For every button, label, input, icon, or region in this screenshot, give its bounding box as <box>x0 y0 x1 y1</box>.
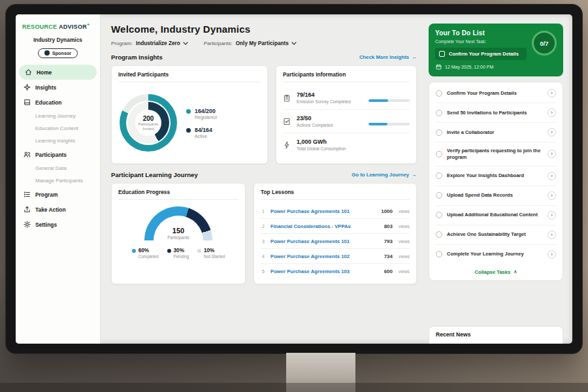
task-label: Send 50 Invitations to Participants <box>447 110 543 116</box>
sidebar-item-learning-journey[interactable]: Learning Journey <box>16 110 100 122</box>
task-row[interactable]: Invite a Collaborator › <box>436 123 556 142</box>
task-row[interactable]: Complete Your Learning Journey › <box>436 245 556 264</box>
task-row[interactable]: Explore Your Insights Dashboard › <box>436 167 556 186</box>
lesson-row[interactable]: 1 Power Purchase Agreements 101 1000 vie… <box>261 204 410 219</box>
actions-progressbar <box>368 123 410 125</box>
brand-resource: RESOURCE <box>22 24 57 30</box>
task-checkbox[interactable] <box>436 129 442 136</box>
task-row[interactable]: Upload Additional Educational Content › <box>436 206 556 225</box>
chevron-right-icon[interactable]: › <box>547 89 556 97</box>
lesson-row[interactable]: 4 Power Purchase Agreements 102 734 view… <box>261 249 410 264</box>
todo-subtitle: Complete Your Next Task: <box>435 39 527 44</box>
sidebar-item-learning-insights[interactable]: Learning Insights <box>16 135 100 147</box>
learning-cards-row: Education Progress 150 Participants <box>111 183 417 284</box>
section-title: Participant Learning Journey <box>111 171 198 178</box>
task-checkbox[interactable] <box>436 212 442 218</box>
task-label: Upload Additional Educational Content <box>447 212 543 218</box>
sidebar-item-take-action[interactable]: Take Action <box>16 202 100 217</box>
chevron-right-icon[interactable]: › <box>547 231 556 239</box>
chevron-up-icon: ∧ <box>514 269 517 274</box>
lesson-link[interactable]: Power Purchase Agreements 102 <box>270 253 380 259</box>
chevron-right-icon[interactable]: › <box>547 211 556 220</box>
chevron-right-icon[interactable]: › <box>547 128 556 137</box>
learning-journey-header: Participant Learning Journey Go to Learn… <box>111 171 417 178</box>
chevron-right-icon[interactable]: › <box>547 250 556 259</box>
task-checkbox[interactable] <box>436 231 442 238</box>
donut-center-label: Participants Invited <box>136 122 161 131</box>
gear-icon <box>24 221 31 228</box>
lesson-views: 793 <box>384 238 393 244</box>
info-label: Total Global Consumption <box>297 146 346 151</box>
program-filter-label: Program: <box>111 41 133 46</box>
legend-dot <box>132 249 136 253</box>
go-to-learning-journey-link[interactable]: Go to Learning Journey → <box>351 172 417 178</box>
task-checkbox[interactable] <box>436 192 442 199</box>
program-dropdown[interactable]: Industrialize Zero <box>136 41 188 46</box>
chevron-right-icon[interactable]: › <box>547 191 556 200</box>
todo-panel: Your To Do List Complete Your Next Task:… <box>425 14 572 344</box>
desk-shadow <box>0 383 588 392</box>
home-icon <box>25 69 32 76</box>
task-checkbox[interactable] <box>436 90 442 97</box>
sidebar-item-education[interactable]: Education <box>16 95 100 110</box>
sidebar-item-participants[interactable]: Participants <box>16 147 100 162</box>
link-label: Check More Insights <box>359 54 409 60</box>
lesson-views: 600 <box>384 269 393 274</box>
sidebar-item-education-content[interactable]: Education Content <box>16 122 100 135</box>
checkbox-icon[interactable] <box>439 51 445 57</box>
sidebar-item-label: Learning Insights <box>35 138 75 144</box>
sponsor-icon <box>44 50 50 56</box>
task-label: Confirm Your Program Details <box>447 90 543 97</box>
brand-plus: + <box>87 22 90 27</box>
sidebar-item-home[interactable]: Home <box>19 65 97 80</box>
task-row[interactable]: Send 50 Invitations to Participants › <box>436 103 556 123</box>
todo-progress-ring: 0/7 <box>532 31 557 56</box>
task-checkbox[interactable] <box>436 251 442 257</box>
task-checkbox[interactable] <box>436 110 442 116</box>
check-more-insights-link[interactable]: Check More Insights → <box>359 54 417 60</box>
sidebar-item-program[interactable]: Program <box>16 187 100 202</box>
task-checkbox[interactable] <box>436 172 442 179</box>
check-square-icon <box>283 118 291 125</box>
chevron-right-icon[interactable]: › <box>547 172 556 180</box>
next-task[interactable]: Confirm Your Program Details <box>435 48 527 60</box>
lesson-link[interactable]: Power Purchase Agreements 103 <box>270 269 380 274</box>
task-row[interactable]: Upload Spend Data Records › <box>436 186 556 206</box>
chevron-right-icon[interactable]: › <box>547 108 556 117</box>
sidebar-item-settings[interactable]: Settings <box>16 217 100 232</box>
lesson-views-label: views <box>399 254 410 259</box>
task-row[interactable]: Confirm Your Program Details › <box>436 84 556 103</box>
emission-survey-progressbar <box>368 99 410 102</box>
lesson-rank: 5 <box>261 269 266 274</box>
sidebar-item-general-data[interactable]: General Data <box>16 162 100 174</box>
task-row[interactable]: Achieve One Sustainability Target › <box>436 225 556 245</box>
lesson-row[interactable]: 5 Power Purchase Agreements 103 600 view… <box>261 264 410 278</box>
task-row[interactable]: Verify participants requesting to join t… <box>436 142 556 167</box>
task-checkbox[interactable] <box>436 151 442 157</box>
lesson-row[interactable]: 2 Financial Considerations - VPPAs 803 v… <box>261 219 410 234</box>
top-lessons-card: Top Lessons 1 Power Purchase Agreements … <box>253 183 417 284</box>
legend-value: 60% <box>139 248 149 253</box>
section-title: Program Insights <box>111 54 163 61</box>
chevron-down-icon <box>291 41 297 46</box>
lesson-row[interactable]: 3 Power Purchase Agreements 101 793 view… <box>261 234 410 249</box>
lesson-link[interactable]: Financial Considerations - VPPAs <box>270 223 380 229</box>
recent-news-title: Recent News <box>436 331 471 338</box>
due-date: 12 May 2025, 12:00 PM <box>435 64 527 70</box>
participants-dropdown-value: Only My Participants <box>236 41 289 46</box>
lesson-rank: 1 <box>261 209 266 214</box>
lesson-link[interactable]: Power Purchase Agreements 101 <box>270 238 380 244</box>
legend-item-pending: 30% Pending <box>167 248 189 259</box>
lesson-link[interactable]: Power Purchase Agreements 101 <box>270 208 376 214</box>
sidebar-item-insights[interactable]: Insights <box>16 80 100 95</box>
sidebar-item-manage-participants[interactable]: Manage Participants <box>16 174 100 187</box>
chevron-right-icon[interactable]: › <box>547 150 556 158</box>
book-icon <box>24 99 31 106</box>
lesson-views-label: views <box>399 269 410 274</box>
legend-value: 10% <box>204 248 214 253</box>
legend-dot <box>186 128 191 133</box>
participants-dropdown[interactable]: Only My Participants <box>236 41 297 46</box>
recent-news-card[interactable]: Recent News <box>429 326 563 344</box>
collapse-tasks-link[interactable]: Collapse Tasks ∧ <box>436 264 556 280</box>
info-value: 79/164 <box>297 91 363 98</box>
